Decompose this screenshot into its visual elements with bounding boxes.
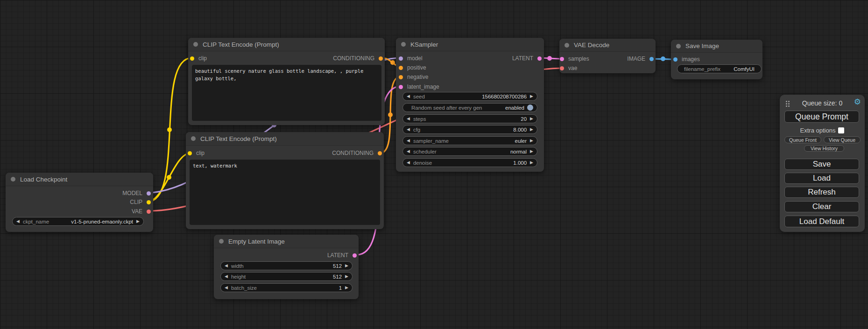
clear-button[interactable]: Clear <box>784 201 859 212</box>
node-header[interactable]: CLIP Text Encode (Prompt) <box>186 132 384 146</box>
model-port-icon[interactable] <box>399 56 403 61</box>
port-images-input[interactable]: images <box>673 56 700 63</box>
port-clip-input[interactable]: clip <box>188 150 205 156</box>
conditioning-port-icon[interactable] <box>399 66 403 70</box>
node-save-image[interactable]: Save Image images filename_prefix ComfyU… <box>671 40 762 79</box>
steps-widget[interactable]: ◀ steps 20 ▶ <box>402 114 537 123</box>
collapse-dot-icon[interactable] <box>191 136 196 141</box>
node-empty-latent-image[interactable]: Empty Latent Image LATENT ◀ width 512 ▶ … <box>214 235 359 299</box>
decrement-arrow-icon[interactable]: ◀ <box>225 264 228 268</box>
collapse-dot-icon[interactable] <box>401 42 406 47</box>
increment-arrow-icon[interactable]: ▶ <box>345 264 348 268</box>
node-clip-text-encode-positive[interactable]: CLIP Text Encode (Prompt) clip CONDITION… <box>188 38 385 125</box>
load-button[interactable]: Load <box>784 173 859 184</box>
node-load-checkpoint[interactable]: Load Checkpoint MODEL CLIP VAE ◀ ckpt_na… <box>6 173 153 232</box>
queue-prompt-button[interactable]: Queue Prompt <box>784 111 859 123</box>
filename-prefix-widget[interactable]: filename_prefix ComfyUI <box>677 64 762 73</box>
port-model-input[interactable]: model <box>399 55 423 62</box>
scheduler-widget[interactable]: ◀ scheduler normal ▶ <box>402 147 537 156</box>
port-vae-output[interactable]: VAE <box>132 208 151 215</box>
collapse-dot-icon[interactable] <box>11 177 15 182</box>
sampler-name-widget[interactable]: ◀ sampler_name euler ▶ <box>402 136 537 145</box>
latent-port-icon[interactable] <box>537 56 542 61</box>
clip-port-icon[interactable] <box>188 151 192 155</box>
node-header[interactable]: CLIP Text Encode (Prompt) <box>188 38 385 51</box>
collapse-dot-icon[interactable] <box>565 43 569 48</box>
node-header[interactable]: KSampler <box>396 38 544 51</box>
save-button[interactable]: Save <box>784 159 859 170</box>
node-vae-decode[interactable]: VAE Decode samples vae IMAGE <box>559 39 656 73</box>
increment-arrow-icon[interactable]: ▶ <box>345 274 348 279</box>
latent-port-icon[interactable] <box>560 57 564 61</box>
increment-arrow-icon[interactable]: ▶ <box>530 117 533 121</box>
port-latent-image-input[interactable]: latent_image <box>399 84 439 90</box>
decrement-arrow-icon[interactable]: ◀ <box>407 127 410 132</box>
port-negative-input[interactable]: negative <box>399 74 428 80</box>
seed-widget[interactable]: ◀ seed 156680208700286 ▶ <box>402 92 537 101</box>
vae-port-icon[interactable] <box>560 66 564 70</box>
increment-arrow-icon[interactable]: ▶ <box>530 127 533 132</box>
clip-port-icon[interactable] <box>147 200 151 204</box>
decrement-arrow-icon[interactable]: ◀ <box>407 149 410 154</box>
increment-arrow-icon[interactable]: ▶ <box>530 161 533 165</box>
view-history-button[interactable]: View History <box>804 145 844 152</box>
refresh-button[interactable]: Refresh <box>784 187 859 198</box>
width-widget[interactable]: ◀ width 512 ▶ <box>220 261 353 270</box>
negative-prompt-textarea[interactable]: text, watermark <box>190 160 380 225</box>
extra-options-checkbox[interactable] <box>838 127 844 133</box>
port-conditioning-output[interactable]: CONDITIONING <box>333 55 383 62</box>
port-latent-output[interactable]: LATENT <box>512 55 542 62</box>
port-image-output[interactable]: IMAGE <box>627 56 654 62</box>
port-positive-input[interactable]: positive <box>399 64 426 71</box>
clip-port-icon[interactable] <box>190 56 194 61</box>
node-clip-text-encode-negative[interactable]: CLIP Text Encode (Prompt) clip CONDITION… <box>186 132 384 229</box>
model-port-icon[interactable] <box>147 191 151 196</box>
node-header[interactable]: Save Image <box>671 40 762 53</box>
conditioning-port-icon[interactable] <box>378 151 382 155</box>
collapse-dot-icon[interactable] <box>193 42 198 47</box>
decrement-arrow-icon[interactable]: ◀ <box>225 286 228 290</box>
conditioning-port-icon[interactable] <box>379 56 383 61</box>
decrement-arrow-icon[interactable]: ◀ <box>407 94 410 98</box>
latent-port-icon[interactable] <box>353 253 357 258</box>
decrement-arrow-icon[interactable]: ◀ <box>407 117 410 121</box>
random-seed-toggle-widget[interactable]: Random seed after every gen enabled <box>402 103 537 112</box>
batch-size-widget[interactable]: ◀ batch_size 1 ▶ <box>220 283 353 292</box>
latent-port-icon[interactable] <box>399 85 403 89</box>
increment-arrow-icon[interactable]: ▶ <box>136 219 140 224</box>
load-default-button[interactable]: Load Default <box>784 216 859 227</box>
view-queue-button[interactable]: View Queue <box>824 136 861 143</box>
vae-port-icon[interactable] <box>147 210 151 214</box>
port-model-output[interactable]: MODEL <box>122 190 151 196</box>
increment-arrow-icon[interactable]: ▶ <box>345 286 348 290</box>
comfyui-canvas[interactable]: Load Checkpoint MODEL CLIP VAE ◀ ckpt_na… <box>0 0 868 329</box>
decrement-arrow-icon[interactable]: ◀ <box>225 274 228 279</box>
image-port-icon[interactable] <box>673 57 677 62</box>
port-latent-output[interactable]: LATENT <box>327 252 357 259</box>
decrement-arrow-icon[interactable]: ◀ <box>16 219 20 224</box>
port-samples-input[interactable]: samples <box>560 56 589 62</box>
settings-gear-icon[interactable]: ⚙ <box>854 97 861 106</box>
positive-prompt-textarea[interactable]: beautiful scenery nature glass bottle la… <box>192 65 381 121</box>
collapse-dot-icon[interactable] <box>219 239 224 244</box>
image-port-icon[interactable] <box>649 57 654 61</box>
height-widget[interactable]: ◀ height 512 ▶ <box>220 272 353 281</box>
port-vae-input[interactable]: vae <box>560 65 577 71</box>
increment-arrow-icon[interactable]: ▶ <box>530 139 533 143</box>
collapse-dot-icon[interactable] <box>676 44 681 49</box>
enabled-toggle-icon[interactable] <box>527 105 533 111</box>
denoise-widget[interactable]: ◀ denoise 1.000 ▶ <box>402 158 537 167</box>
port-clip-output[interactable]: CLIP <box>130 199 151 205</box>
port-conditioning-output[interactable]: CONDITIONING <box>332 150 382 156</box>
node-header[interactable]: Load Checkpoint <box>6 173 153 186</box>
decrement-arrow-icon[interactable]: ◀ <box>407 161 410 165</box>
port-clip-input[interactable]: clip <box>190 55 207 62</box>
cfg-widget[interactable]: ◀ cfg 8.000 ▶ <box>402 125 537 134</box>
queue-front-button[interactable]: Queue Front <box>784 136 821 143</box>
node-ksampler[interactable]: KSampler model positive negative latent_… <box>396 38 544 172</box>
node-header[interactable]: Empty Latent Image <box>214 235 359 248</box>
node-header[interactable]: VAE Decode <box>559 39 656 52</box>
conditioning-port-icon[interactable] <box>399 75 403 79</box>
decrement-arrow-icon[interactable]: ◀ <box>407 139 410 143</box>
ckpt-name-widget[interactable]: ◀ ckpt_name v1-5-pruned-emaonly.ckpt ▶ <box>12 217 144 226</box>
